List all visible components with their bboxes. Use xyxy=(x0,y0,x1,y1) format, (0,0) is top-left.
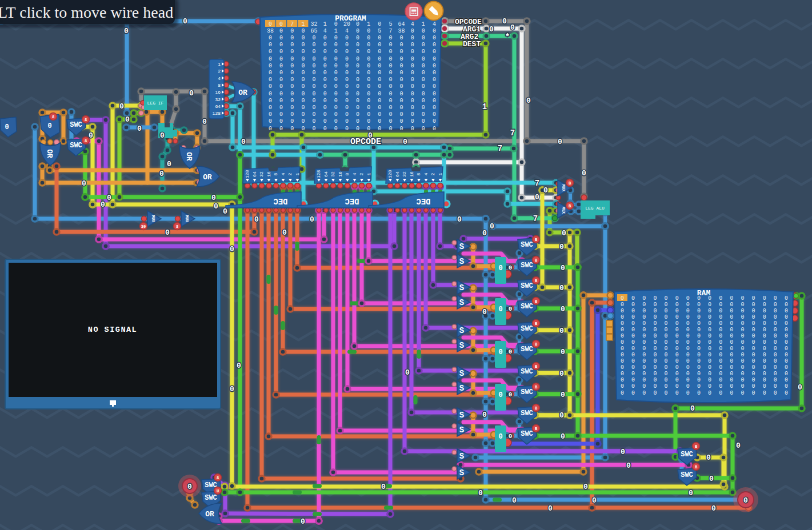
svg-text:0: 0 xyxy=(400,118,403,125)
svg-text:0: 0 xyxy=(665,302,668,308)
svg-text:0: 0 xyxy=(334,35,338,41)
svg-text:0: 0 xyxy=(381,483,386,491)
svg-text:1: 1 xyxy=(422,21,425,27)
svg-text:0: 0 xyxy=(214,202,218,211)
svg-text:0: 0 xyxy=(697,308,701,314)
svg-text:0: 0 xyxy=(686,314,690,320)
svg-text:0: 0 xyxy=(367,49,370,55)
svg-text:SWC: SWC xyxy=(521,325,533,333)
svg-text:0: 0 xyxy=(279,111,283,118)
svg-text:0: 0 xyxy=(785,320,788,327)
svg-text:0: 0 xyxy=(665,358,668,364)
svg-text:0: 0 xyxy=(290,126,294,132)
svg-text:0: 0 xyxy=(433,91,436,97)
svg-text:0: 0 xyxy=(631,314,635,320)
svg-text:0: 0 xyxy=(411,83,414,90)
svg-text:0: 0 xyxy=(752,346,755,352)
svg-text:0: 0 xyxy=(167,160,171,168)
svg-text:0: 0 xyxy=(422,111,425,118)
svg-text:0: 0 xyxy=(686,352,690,358)
svg-text:0: 0 xyxy=(378,91,381,97)
svg-text:0: 0 xyxy=(548,504,553,513)
svg-text:0: 0 xyxy=(367,77,370,83)
svg-text:0: 0 xyxy=(378,70,381,76)
svg-text:0: 0 xyxy=(411,118,414,125)
svg-text:1: 1 xyxy=(218,62,221,67)
svg-text:0: 0 xyxy=(345,35,349,41)
svg-text:2: 2 xyxy=(218,69,221,74)
svg-text:0: 0 xyxy=(313,35,316,41)
svg-text:0: 0 xyxy=(689,489,693,497)
svg-text:0: 0 xyxy=(785,302,788,308)
svg-text:65: 65 xyxy=(311,28,318,34)
svg-text:0: 0 xyxy=(708,346,711,352)
svg-text:0: 0 xyxy=(665,327,668,333)
svg-text:0: 0 xyxy=(254,215,259,224)
svg-text:0: 0 xyxy=(730,383,733,390)
svg-text:0: 0 xyxy=(433,49,436,55)
svg-text:0: 0 xyxy=(279,91,283,97)
svg-text:0: 0 xyxy=(621,333,624,339)
svg-text:0: 0 xyxy=(498,306,502,314)
svg-text:0: 0 xyxy=(378,118,381,125)
svg-text:0: 0 xyxy=(433,35,436,41)
svg-text:0: 0 xyxy=(323,77,327,83)
svg-text:0: 0 xyxy=(730,308,733,314)
svg-text:0: 0 xyxy=(290,49,294,55)
svg-text:0: 0 xyxy=(642,364,646,371)
svg-text:0: 0 xyxy=(279,98,283,104)
svg-text:0: 0 xyxy=(719,327,722,333)
svg-text:0: 0 xyxy=(708,320,711,327)
svg-text:0: 0 xyxy=(279,77,283,83)
svg-text:0: 0 xyxy=(290,63,294,69)
svg-text:0: 0 xyxy=(411,105,414,111)
svg-text:0: 0 xyxy=(124,27,129,35)
svg-text:0: 0 xyxy=(367,35,370,41)
svg-text:0: 0 xyxy=(290,56,294,62)
svg-text:0: 0 xyxy=(774,364,777,371)
svg-text:0: 0 xyxy=(279,35,283,41)
svg-text:0: 0 xyxy=(367,118,370,125)
svg-text:0: 0 xyxy=(653,364,657,371)
svg-text:0: 0 xyxy=(490,222,494,231)
svg-text:0: 0 xyxy=(279,70,283,76)
svg-text:0: 0 xyxy=(741,308,744,314)
svg-text:0: 0 xyxy=(323,91,327,97)
svg-text:0: 0 xyxy=(543,186,548,195)
svg-text:0: 0 xyxy=(323,118,327,125)
svg-text:0: 0 xyxy=(642,346,646,352)
svg-text:0: 0 xyxy=(313,70,316,76)
svg-text:4: 4 xyxy=(323,28,327,34)
svg-text:0: 0 xyxy=(774,390,777,396)
svg-text:0: 0 xyxy=(290,105,294,111)
svg-text:0: 0 xyxy=(675,314,679,320)
svg-text:0: 0 xyxy=(631,383,635,390)
svg-text:0: 0 xyxy=(763,314,766,320)
svg-text:DEST: DEST xyxy=(463,40,481,49)
svg-text:0: 0 xyxy=(422,83,425,90)
svg-text:0: 0 xyxy=(785,308,788,314)
svg-text:0: 0 xyxy=(202,118,207,126)
svg-text:0: 0 xyxy=(561,391,565,399)
svg-text:0: 0 xyxy=(279,105,283,111)
svg-text:0: 0 xyxy=(763,358,766,364)
svg-text:0: 0 xyxy=(313,126,316,132)
svg-text:0: 0 xyxy=(279,56,283,62)
svg-text:0: 0 xyxy=(686,327,690,333)
svg-text:0: 0 xyxy=(665,346,668,352)
svg-text:0: 0 xyxy=(279,42,283,48)
svg-text:0: 0 xyxy=(411,49,414,55)
svg-text:0: 0 xyxy=(741,314,744,320)
svg-text:0: 0 xyxy=(697,333,701,339)
svg-text:0: 0 xyxy=(752,327,755,333)
svg-text:0: 0 xyxy=(389,77,392,83)
svg-text:4: 4 xyxy=(218,76,221,81)
svg-text:0: 0 xyxy=(378,111,381,118)
svg-text:0: 0 xyxy=(730,339,733,346)
svg-text:0: 0 xyxy=(559,411,564,420)
svg-text:0: 0 xyxy=(290,118,294,125)
svg-text:0: 0 xyxy=(323,126,327,132)
svg-text:0: 0 xyxy=(356,35,359,41)
svg-text:0: 0 xyxy=(457,215,462,224)
svg-text:OR: OR xyxy=(205,510,214,519)
